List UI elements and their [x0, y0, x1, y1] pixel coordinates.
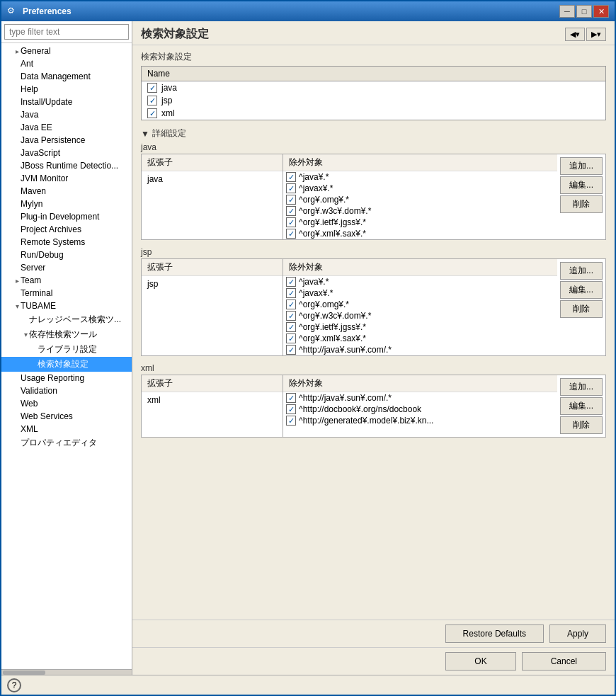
table-row[interactable]: jsp	[142, 94, 605, 107]
maximize-button[interactable]: □	[576, 5, 592, 18]
exc-row[interactable]: ^http://generated¥.model¥.biz¥.kn...	[283, 415, 557, 426]
exc-value: ^javax¥.*	[299, 288, 333, 298]
entry-name: java	[161, 83, 177, 93]
apply-button[interactable]: Apply	[549, 624, 606, 643]
exc-checkbox[interactable]	[286, 393, 296, 403]
exc-checkbox[interactable]	[286, 217, 296, 227]
sidebar-item-run-debug[interactable]: ▸Run/Debug	[1, 249, 132, 261]
sidebar-item-plugin-dev[interactable]: ▸Plug-in Development	[1, 210, 132, 223]
sidebar-item-dependency-search[interactable]: ▾依存性検索ツール	[1, 327, 132, 342]
sidebar-item-mylyn[interactable]: ▸Mylyn	[1, 198, 132, 210]
sidebar-item-web-services[interactable]: ▸Web Services	[1, 410, 132, 423]
subsection-btn-0-java[interactable]: 追加...	[560, 157, 603, 175]
exc-checkbox[interactable]	[286, 345, 296, 355]
minimize-button[interactable]: ─	[559, 5, 575, 18]
exc-checkbox[interactable]	[286, 311, 296, 321]
exc-row[interactable]: ^javax¥.*	[283, 287, 557, 299]
sidebar-item-maven[interactable]: ▸Maven	[1, 185, 132, 198]
exc-checkbox[interactable]	[286, 416, 296, 426]
sidebar-item-server[interactable]: ▸Server	[1, 261, 132, 274]
close-button[interactable]: ✕	[593, 5, 609, 18]
subsection-btn-2-java[interactable]: 削除	[560, 195, 603, 213]
sidebar-item-usage-reporting[interactable]: ▸Usage Reporting	[1, 372, 132, 384]
cancel-button[interactable]: Cancel	[522, 652, 606, 671]
sidebar-item-data-management[interactable]: ▸Data Management	[1, 70, 132, 83]
sidebar-item-javascript[interactable]: ▸JavaScript	[1, 147, 132, 159]
subsection-btn-1-xml[interactable]: 編集...	[560, 397, 603, 415]
section-label: 検索対象設定	[141, 51, 606, 63]
exc-row[interactable]: ^org¥.ietf¥.jgss¥.*	[283, 217, 557, 228]
sidebar-item-help[interactable]: ▸Help	[1, 83, 132, 96]
entry-checkbox[interactable]	[147, 108, 157, 118]
exc-header-xml: 除外対象	[283, 375, 557, 392]
subsection-btn-1-java[interactable]: 編集...	[560, 176, 603, 194]
sidebar-scrollbar[interactable]	[1, 669, 132, 675]
exc-checkbox[interactable]	[286, 322, 296, 332]
exc-checkbox[interactable]	[286, 229, 296, 239]
subsection-btn-0-xml[interactable]: 追加...	[560, 378, 603, 396]
exc-checkbox[interactable]	[286, 404, 296, 414]
collapse-arrow-icon: ▼	[141, 129, 149, 139]
exc-checkbox[interactable]	[286, 172, 296, 182]
sidebar-item-remote-systems[interactable]: ▸Remote Systems	[1, 236, 132, 249]
sidebar-item-tubame[interactable]: ▾TUBAME	[1, 299, 132, 312]
sidebar-item-jvm-monitor[interactable]: ▸JVM Monitor	[1, 172, 132, 185]
search-input[interactable]	[4, 24, 129, 40]
exc-row[interactable]: ^java¥.*	[283, 276, 557, 287]
exc-row[interactable]: ^org¥.xml¥.sax¥.*	[283, 333, 557, 344]
detail-section-toggle[interactable]: ▼ 詳細設定	[141, 126, 606, 141]
sidebar-item-general[interactable]: ▸General	[1, 45, 132, 57]
sidebar-item-validation[interactable]: ▸Validation	[1, 384, 132, 397]
sidebar-item-terminal[interactable]: ▸Terminal	[1, 287, 132, 299]
table-row[interactable]: xml	[142, 107, 605, 120]
exc-checkbox[interactable]	[286, 333, 296, 343]
sidebar-item-install-update[interactable]: ▸Install/Update	[1, 96, 132, 108]
exc-value: ^java¥.*	[299, 277, 329, 287]
exc-row[interactable]: ^org¥.omg¥.*	[283, 194, 557, 205]
entry-checkbox[interactable]	[147, 83, 157, 93]
exc-checkbox[interactable]	[286, 288, 296, 298]
exc-row[interactable]: ^org¥.xml¥.sax¥.*	[283, 228, 557, 239]
exc-checkbox[interactable]	[286, 277, 296, 287]
sidebar-item-java[interactable]: ▸Java	[1, 108, 132, 121]
exc-row[interactable]: ^java¥.*	[283, 171, 557, 183]
nav-back-button[interactable]: ◀▾	[565, 28, 585, 41]
sidebar-item-search-target-settings[interactable]: ▸検索対象設定	[1, 357, 132, 372]
sidebar-item-project-archives[interactable]: ▸Project Archives	[1, 223, 132, 236]
exc-checkbox[interactable]	[286, 206, 296, 216]
table-row[interactable]: java	[142, 81, 605, 94]
exc-row[interactable]: ^org¥.w3c¥.dom¥.*	[283, 205, 557, 217]
ok-button[interactable]: OK	[445, 652, 515, 671]
exc-row[interactable]: ^http://docbook¥.org/ns/docbook	[283, 404, 557, 415]
exc-checkbox[interactable]	[286, 299, 296, 309]
sidebar-item-web[interactable]: ▸Web	[1, 397, 132, 410]
restore-defaults-button[interactable]: Restore Defaults	[445, 624, 544, 643]
exc-row[interactable]: ^org¥.w3c¥.dom¥.*	[283, 310, 557, 321]
exc-row[interactable]: ^org¥.omg¥.*	[283, 299, 557, 310]
exc-checkbox[interactable]	[286, 183, 296, 193]
subsection-btn-2-jsp[interactable]: 削除	[560, 300, 603, 318]
nav-forward-button[interactable]: ▶▾	[586, 28, 606, 41]
sidebar-item-xml[interactable]: ▸XML	[1, 423, 132, 435]
sidebar-item-java-persistence[interactable]: ▸Java Persistence	[1, 134, 132, 147]
sidebar-item-library-settings[interactable]: ▸ライブラリ設定	[1, 342, 132, 357]
entry-checkbox[interactable]	[147, 96, 157, 105]
exc-row[interactable]: ^http://java¥.sun¥.com/.*	[283, 392, 557, 404]
exc-row[interactable]: ^org¥.ietf¥.jgss¥.*	[283, 321, 557, 333]
sidebar-item-team[interactable]: ▸Team	[1, 274, 132, 287]
exc-row[interactable]: ^javax¥.*	[283, 183, 557, 194]
subsection-buttons-jsp: 追加...編集...削除	[557, 259, 605, 355]
help-button[interactable]: ?	[7, 678, 21, 692]
sidebar-item-ant[interactable]: ▸Ant	[1, 57, 132, 70]
filter-box	[1, 21, 132, 43]
exc-checkbox[interactable]	[286, 195, 296, 205]
sidebar-item-knowledge-search[interactable]: ▸ナレッジベース検索ツ...	[1, 312, 132, 327]
subsection-btn-1-jsp[interactable]: 編集...	[560, 281, 603, 299]
exc-row[interactable]: ^http://java¥.sun¥.com/.*	[283, 344, 557, 355]
subsection-btn-2-xml[interactable]: 削除	[560, 416, 603, 434]
sidebar-item-jboss-runtime[interactable]: ▸JBoss Runtime Detectio...	[1, 159, 132, 172]
subsection-btn-0-jsp[interactable]: 追加...	[560, 262, 603, 280]
sidebar-item-properties-editor[interactable]: ▸プロパティエディタ	[1, 435, 132, 450]
sidebar-item-java-ee[interactable]: ▸Java EE	[1, 121, 132, 134]
sidebar: ▸General▸Ant▸Data Management▸Help▸Instal…	[1, 21, 132, 675]
